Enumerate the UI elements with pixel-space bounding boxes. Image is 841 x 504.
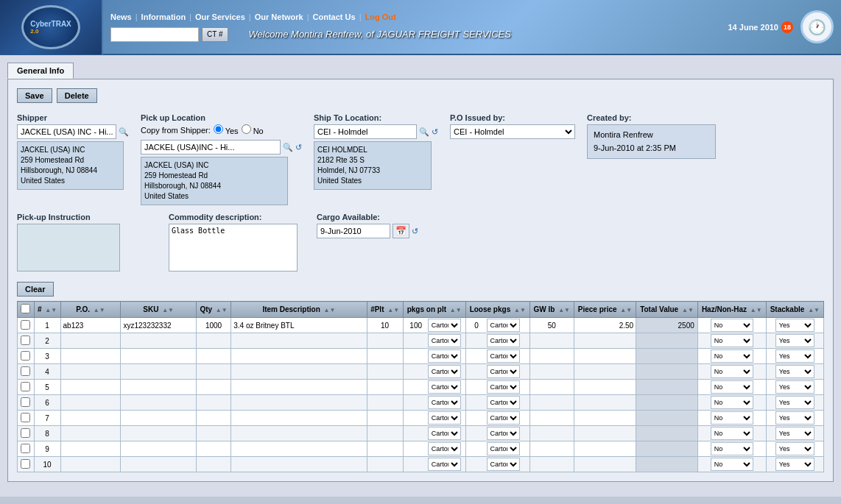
gw-input[interactable] (532, 321, 572, 330)
item-desc-input[interactable] (233, 321, 365, 330)
pkgs-on-plt-input[interactable] (405, 383, 427, 392)
th-gw[interactable]: GW lb ▲▼ (529, 302, 574, 318)
po-input[interactable] (63, 460, 119, 469)
plt-input[interactable] (369, 321, 401, 330)
pickup-reset-icon[interactable]: ↺ (295, 143, 302, 152)
loose-pkgs-input[interactable] (468, 383, 486, 392)
sku-input[interactable] (122, 383, 194, 392)
stackable-select[interactable]: Yes No (775, 365, 814, 378)
item-desc-input[interactable] (233, 460, 365, 469)
piece-price-input[interactable] (576, 336, 634, 346)
row-checkbox[interactable] (21, 336, 30, 345)
sku-input[interactable] (122, 352, 194, 361)
loose-unit-select[interactable]: Cartons Pallets Boxes (487, 396, 520, 409)
plt-input[interactable] (369, 414, 401, 423)
haz-select[interactable]: No Yes (711, 319, 753, 332)
stackable-select[interactable]: Yes No (775, 380, 814, 394)
delete-button[interactable]: Delete (57, 88, 97, 103)
pkgs-unit-select[interactable]: Cartons Pallets Boxes (428, 442, 461, 455)
stackable-select[interactable]: Yes No (775, 334, 814, 347)
nav-our-services[interactable]: Our Services (195, 13, 245, 21)
pkgs-unit-select[interactable]: Cartons Pallets Boxes (428, 365, 461, 378)
loose-pkgs-input[interactable] (468, 444, 486, 454)
piece-price-input[interactable] (576, 367, 634, 377)
pkgs-on-plt-input[interactable] (405, 321, 427, 330)
item-desc-input[interactable] (233, 398, 365, 408)
th-num[interactable]: # ▲▼ (34, 302, 60, 318)
ship-to-reset-icon[interactable]: ↺ (432, 127, 438, 137)
sku-input[interactable] (122, 367, 194, 377)
row-checkbox[interactable] (21, 459, 30, 469)
haz-select[interactable]: No Yes (711, 380, 753, 394)
plt-input[interactable] (369, 429, 401, 439)
sku-input[interactable] (122, 321, 194, 330)
pkgs-on-plt-input[interactable] (405, 429, 427, 439)
piece-price-input[interactable] (576, 352, 634, 361)
po-input[interactable] (63, 336, 119, 346)
po-input[interactable] (63, 383, 119, 392)
po-input[interactable] (63, 414, 119, 423)
po-input[interactable] (63, 352, 119, 361)
plt-input[interactable] (369, 367, 401, 377)
pkgs-unit-select[interactable]: Cartons Pallets Boxes (428, 380, 461, 394)
plt-input[interactable] (369, 383, 401, 392)
stackable-select[interactable]: Yes No (775, 458, 814, 471)
commodity-input[interactable]: Glass Bottle (169, 224, 298, 271)
loose-unit-select[interactable]: Cartons Pallets Boxes (487, 411, 520, 425)
pkgs-on-plt-input[interactable] (405, 460, 427, 469)
th-qty[interactable]: Qty ▲▼ (196, 302, 231, 318)
th-plt[interactable]: #Plt ▲▼ (367, 302, 403, 318)
stackable-select[interactable]: Yes No (775, 427, 814, 440)
item-desc-input[interactable] (233, 367, 365, 377)
th-sku[interactable]: SKU ▲▼ (121, 302, 196, 318)
ship-to-search-icon[interactable]: 🔍 (419, 127, 429, 137)
nav-information[interactable]: Information (141, 13, 186, 21)
pkgs-unit-select[interactable]: Cartons Pallets Boxes (428, 334, 461, 347)
th-stackable[interactable]: Stackable ▲▼ (766, 302, 823, 318)
piece-price-input[interactable] (576, 460, 634, 469)
row-checkbox[interactable] (21, 320, 30, 330)
th-haz[interactable]: Haz/Non-Haz ▲▼ (697, 302, 766, 318)
select-all-checkbox[interactable] (21, 304, 30, 313)
row-checkbox[interactable] (21, 366, 30, 376)
loose-pkgs-input[interactable] (468, 352, 486, 361)
stackable-select[interactable]: Yes No (775, 411, 814, 425)
piece-price-input[interactable] (576, 383, 634, 392)
loose-unit-select[interactable]: Cartons Pallets Boxes (487, 334, 520, 347)
pkgs-unit-select[interactable]: Cartons Pallets Boxes (428, 411, 461, 425)
item-desc-input[interactable] (233, 444, 365, 454)
pkgs-on-plt-input[interactable] (405, 336, 427, 346)
pickup-search-icon[interactable]: 🔍 (283, 143, 293, 152)
th-total-value[interactable]: Total Value ▲▼ (636, 302, 698, 318)
pkgs-on-plt-input[interactable] (405, 398, 427, 408)
loose-unit-select[interactable]: Cartons Pallets Boxes (487, 427, 520, 440)
pkgs-unit-select[interactable]: Cartons Pallets Boxes (428, 396, 461, 409)
po-input[interactable] (63, 321, 119, 330)
stackable-select[interactable]: Yes No (775, 396, 814, 409)
radio-yes[interactable] (214, 124, 223, 134)
qty-input[interactable] (198, 321, 229, 330)
gw-input[interactable] (532, 444, 572, 454)
qty-input[interactable] (198, 460, 229, 469)
pkgs-on-plt-input[interactable] (405, 444, 427, 454)
nav-contact-us[interactable]: Contact Us (313, 13, 356, 21)
piece-price-input[interactable] (576, 429, 634, 439)
shipper-search-icon[interactable]: 🔍 (119, 127, 129, 137)
item-desc-input[interactable] (233, 336, 365, 346)
haz-select[interactable]: No Yes (711, 334, 753, 347)
loose-pkgs-input[interactable] (468, 336, 486, 346)
pkgs-unit-select[interactable]: Cartons Pallets Boxes (428, 319, 461, 332)
pickup-input[interactable] (141, 140, 281, 155)
nav-logout[interactable]: Log Out (365, 13, 396, 21)
po-input[interactable] (63, 398, 119, 408)
row-checkbox[interactable] (21, 413, 30, 422)
loose-pkgs-input[interactable] (468, 460, 486, 469)
radio-no[interactable] (242, 124, 251, 134)
row-checkbox[interactable] (21, 444, 30, 453)
loose-pkgs-input[interactable] (468, 414, 486, 423)
haz-select[interactable]: No Yes (711, 442, 753, 455)
loose-unit-select[interactable]: Cartons Pallets Boxes (487, 380, 520, 394)
plt-input[interactable] (369, 398, 401, 408)
ship-to-input[interactable] (314, 124, 417, 139)
th-po[interactable]: P.O. ▲▼ (60, 302, 121, 318)
